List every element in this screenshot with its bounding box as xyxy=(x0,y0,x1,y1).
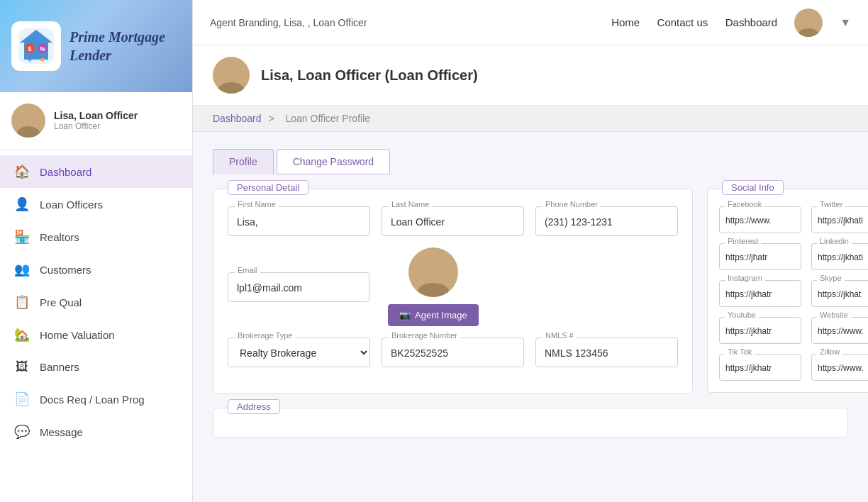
sidebar-item-home-valuation[interactable]: 🏡 Home Valuation xyxy=(0,318,192,351)
svg-text:$: $ xyxy=(28,45,31,52)
social-info-label: Social Info xyxy=(722,180,784,195)
sidebar-nav: 🏠 Dashboard 👤 Loan Officers 🏪 Realtors 👥… xyxy=(0,150,192,502)
social-label: Instagram xyxy=(725,274,765,282)
social-input-youtube[interactable] xyxy=(719,317,801,344)
email-field: Email xyxy=(228,272,369,302)
agent-image-area: 📷 Agent Image xyxy=(381,247,486,326)
social-input-instagram[interactable] xyxy=(719,280,801,307)
topbar: Agent Branding, Lisa, , Loan Officer Hom… xyxy=(193,0,868,45)
sidebar-item-label: Pre Qual xyxy=(40,296,82,308)
first-name-input[interactable] xyxy=(228,206,370,236)
sidebar-item-label: Home Valuation xyxy=(40,329,115,341)
topbar-breadcrumb: Agent Branding, Lisa, , Loan Officer xyxy=(210,17,367,28)
sidebar-item-label: Loan Officers xyxy=(40,199,103,211)
social-field-tik-tok: Tik Tok xyxy=(719,354,801,381)
sidebar-item-realtors[interactable]: 🏪 Realtors xyxy=(0,221,192,253)
user-name: Lisa, Loan Officer xyxy=(54,110,138,121)
sidebar-item-message[interactable]: 💬 Message xyxy=(0,415,192,448)
svg-text:=: = xyxy=(40,56,45,64)
svg-point-14 xyxy=(218,82,244,94)
nav-contact[interactable]: Contact us xyxy=(657,16,708,28)
nav-home[interactable]: Home xyxy=(611,16,640,28)
topbar-right: Home Contact us Dashboard ▼ xyxy=(597,9,851,37)
tabs: Profile Change Password xyxy=(213,149,848,174)
social-field-youtube: Youtube xyxy=(719,317,801,344)
sidebar-item-pre-qual[interactable]: 📋 Pre Qual xyxy=(0,286,192,318)
phone-input[interactable] xyxy=(535,206,678,236)
social-input-facebook[interactable] xyxy=(719,206,801,233)
page-title: Lisa, Loan Officer (Loan Officer) xyxy=(261,67,478,84)
social-label: Tik Tok xyxy=(725,347,755,356)
svg-point-13 xyxy=(223,62,240,79)
topbar-avatar[interactable] xyxy=(794,9,823,37)
social-input-pinterest[interactable] xyxy=(719,243,801,270)
topbar-nav: Home Contact us Dashboard xyxy=(597,16,777,29)
nav-dashboard[interactable]: Dashboard xyxy=(725,16,777,28)
svg-text:+: + xyxy=(28,56,32,64)
social-input-skype[interactable] xyxy=(811,280,868,307)
svg-point-15 xyxy=(422,255,445,278)
clipboard-icon: 📋 xyxy=(14,294,30,310)
sidebar-item-banners[interactable]: 🖼 Banners xyxy=(0,351,192,383)
nmls-input[interactable] xyxy=(535,338,678,367)
main-content: Agent Branding, Lisa, , Loan Officer Hom… xyxy=(193,0,868,502)
nmls-field: NMLS # xyxy=(535,338,678,367)
social-field-website: Website xyxy=(811,317,868,344)
svg-point-16 xyxy=(418,283,449,297)
form-row-2: Email 📷 Agent Image xyxy=(228,247,678,326)
sidebar: $ % + = Prime Mortgage Lender Lisa, Loan… xyxy=(0,0,193,502)
sidebar-item-label: Banners xyxy=(40,361,79,373)
social-field-pinterest: Pinterest xyxy=(719,243,801,270)
social-label: Twitter xyxy=(817,200,845,208)
social-info-card: Social Info FacebookTwitterPinterestLink… xyxy=(707,189,868,393)
svg-text:%: % xyxy=(40,45,45,52)
brokerage-type-select[interactable]: Realty Brokerage xyxy=(228,338,370,367)
sidebar-item-dashboard[interactable]: 🏠 Dashboard xyxy=(0,155,192,188)
page-header-avatar xyxy=(213,57,250,94)
tab-profile[interactable]: Profile xyxy=(213,149,274,174)
agent-image-btn-label: Agent Image xyxy=(415,310,467,320)
social-label: Linkedin xyxy=(817,237,852,245)
group-icon: 👥 xyxy=(14,262,30,277)
email-label: Email xyxy=(235,266,260,274)
store-icon: 🏪 xyxy=(14,229,30,245)
form-row-1: First Name Last Name Phone Number xyxy=(228,206,678,236)
logo-text: Prime Mortgage Lender xyxy=(69,28,181,65)
brokerage-number-label: Brokerage Number xyxy=(389,331,460,340)
social-input-tik tok[interactable] xyxy=(719,354,801,381)
social-field-skype: Skype xyxy=(811,280,868,307)
user-info: Lisa, Loan Officer Loan Officer xyxy=(54,110,138,131)
social-label: Youtube xyxy=(725,311,759,319)
tab-change-password[interactable]: Change Password xyxy=(277,149,390,174)
personal-detail-card: Personal Detail First Name Last Name Pho… xyxy=(213,189,693,394)
content-area: Profile Change Password Personal Detail … xyxy=(193,132,868,502)
email-input[interactable] xyxy=(228,272,369,302)
social-input-twitter[interactable] xyxy=(811,206,868,233)
social-label: Skype xyxy=(817,274,845,282)
social-input-zillow[interactable] xyxy=(811,354,868,381)
phone-field: Phone Number xyxy=(535,206,678,236)
breadcrumb-current: Loan Officer Profile xyxy=(285,113,370,124)
sidebar-logo: $ % + = Prime Mortgage Lender xyxy=(0,0,192,92)
last-name-input[interactable] xyxy=(382,206,524,236)
home-icon: 🏠 xyxy=(14,164,30,179)
user-role: Loan Officer xyxy=(54,121,138,131)
form-row-3: Brokerage Type Realty Brokerage Brokerag… xyxy=(228,338,678,367)
svg-point-12 xyxy=(799,28,818,37)
sidebar-item-customers[interactable]: 👥 Customers xyxy=(0,253,192,286)
sidebar-item-docs-req[interactable]: 📄 Docs Req / Loan Prog xyxy=(0,383,192,415)
brokerage-number-input[interactable] xyxy=(382,338,524,367)
social-label: Pinterest xyxy=(725,237,761,245)
image-icon: 🖼 xyxy=(14,359,30,374)
social-input-website[interactable] xyxy=(811,317,868,344)
brokerage-number-field: Brokerage Number xyxy=(382,338,524,367)
sidebar-item-loan-officers[interactable]: 👤 Loan Officers xyxy=(0,188,192,221)
sidebar-item-label: Docs Req / Loan Prog xyxy=(40,394,145,406)
person-icon: 👤 xyxy=(14,196,30,212)
chat-icon: 💬 xyxy=(14,424,30,440)
last-name-field: Last Name xyxy=(382,206,524,236)
social-input-linkedin[interactable] xyxy=(811,243,868,270)
agent-image-button[interactable]: 📷 Agent Image xyxy=(388,304,479,326)
sidebar-user: Lisa, Loan Officer Loan Officer xyxy=(0,92,192,150)
breadcrumb-link[interactable]: Dashboard xyxy=(213,113,262,124)
